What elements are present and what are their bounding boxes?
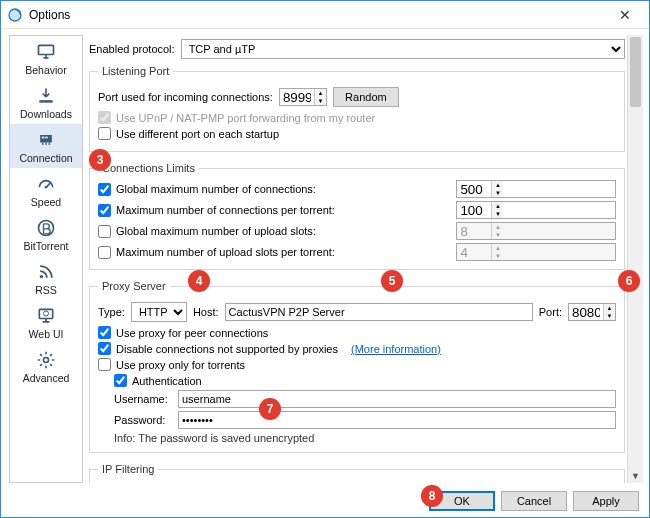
sidebar-item-bittorrent[interactable]: BitTorrent — [10, 212, 82, 256]
sidebar-item-connection[interactable]: Connection — [10, 124, 82, 168]
protocol-select[interactable]: TCP and µTP — [181, 39, 625, 59]
sidebar-item-label: Advanced — [23, 372, 70, 384]
sidebar-item-label: BitTorrent — [24, 240, 69, 252]
proxy-disable-row[interactable]: Disable connections not supported by pro… — [98, 342, 616, 355]
network-icon — [34, 130, 58, 150]
sidebar-item-label: Downloads — [20, 108, 72, 120]
diffport-checkbox[interactable] — [98, 127, 111, 140]
close-button[interactable]: ✕ — [607, 4, 643, 26]
connection-limits-group: Connections Limits Global maximum number… — [89, 162, 625, 270]
proxy-disable-label: Disable connections not supported by pro… — [116, 343, 338, 355]
upload-slots-stepper: ▲▼ — [456, 222, 616, 240]
proxy-disable-checkbox[interactable] — [98, 342, 111, 355]
port-input[interactable] — [280, 89, 314, 105]
upload-slots-per-stepper: ▲▼ — [456, 243, 616, 261]
global-max-stepper[interactable]: ▲▼ — [456, 180, 616, 198]
upload-slots-label: Global maximum number of upload slots: — [116, 225, 316, 237]
more-info-link[interactable]: (More information) — [351, 343, 441, 355]
upload-slots-checkbox[interactable] — [98, 225, 111, 238]
diffport-label: Use different port on each startup — [116, 128, 279, 140]
password-label: Password: — [114, 414, 172, 426]
sidebar-item-speed[interactable]: Speed — [10, 168, 82, 212]
sidebar-item-label: RSS — [35, 284, 57, 296]
sidebar-item-behavior[interactable]: Behavior — [10, 36, 82, 80]
svg-point-10 — [44, 358, 49, 363]
apply-button[interactable]: Apply — [573, 491, 639, 511]
protocol-label: Enabled protocol: — [89, 43, 175, 55]
diffport-checkbox-row[interactable]: Use different port on each startup — [98, 127, 616, 140]
gear-icon — [34, 350, 58, 370]
sidebar: Behavior Downloads Connection Speed BitT… — [9, 35, 83, 483]
cancel-button[interactable]: Cancel — [501, 491, 567, 511]
port-stepper[interactable]: ▲▼ — [279, 88, 327, 106]
svg-rect-4 — [45, 137, 48, 139]
global-max-input[interactable] — [457, 181, 491, 197]
sidebar-item-label: Connection — [19, 152, 72, 164]
sidebar-item-webui[interactable]: Web UI — [10, 300, 82, 344]
sidebar-item-rss[interactable]: RSS — [10, 256, 82, 300]
svg-rect-2 — [40, 135, 52, 143]
legend: Proxy Server — [98, 280, 170, 292]
badge-3: 3 — [89, 149, 111, 171]
upload-slots-input — [457, 223, 491, 239]
sidebar-item-downloads[interactable]: Downloads — [10, 80, 82, 124]
gauge-icon — [34, 174, 58, 194]
sidebar-item-label: Web UI — [29, 328, 64, 340]
webui-icon — [34, 306, 58, 326]
upload-slots-per-checkbox[interactable] — [98, 246, 111, 259]
badge-6: 6 — [618, 270, 640, 292]
upnp-label: Use UPnP / NAT-PMP port forwarding from … — [116, 112, 375, 124]
per-torrent-checkbox[interactable] — [98, 204, 111, 217]
monitor-icon — [34, 42, 58, 62]
sidebar-item-advanced[interactable]: Advanced — [10, 344, 82, 388]
svg-point-9 — [44, 311, 49, 316]
proxy-host-input[interactable] — [225, 303, 533, 321]
username-input[interactable] — [178, 390, 616, 408]
proxy-only-torrents-checkbox[interactable] — [98, 358, 111, 371]
password-input[interactable] — [178, 411, 616, 429]
svg-point-5 — [45, 186, 48, 189]
global-max-row[interactable]: Global maximum number of connections: — [98, 183, 446, 196]
global-max-checkbox[interactable] — [98, 183, 111, 196]
upload-slots-per-row[interactable]: Maximum number of upload slots per torre… — [98, 246, 446, 259]
vertical-scrollbar[interactable]: ▲ ▼ — [627, 35, 643, 483]
proxy-type-label: Type: — [98, 306, 125, 318]
scroll-thumb[interactable] — [630, 37, 641, 107]
proxy-type-select[interactable]: HTTP — [131, 302, 187, 322]
spin-down[interactable]: ▼ — [314, 97, 326, 105]
badge-7: 7 — [259, 398, 281, 420]
upload-slots-per-label: Maximum number of upload slots per torre… — [116, 246, 335, 258]
svg-rect-1 — [39, 45, 54, 54]
sidebar-item-label: Speed — [31, 196, 61, 208]
per-torrent-input[interactable] — [457, 202, 491, 218]
per-torrent-stepper[interactable]: ▲▼ — [456, 201, 616, 219]
upnp-checkbox — [98, 111, 111, 124]
proxy-auth-checkbox[interactable] — [114, 374, 127, 387]
upload-slots-row[interactable]: Global maximum number of upload slots: — [98, 225, 446, 238]
sidebar-item-label: Behavior — [25, 64, 66, 76]
proxy-peer-checkbox[interactable] — [98, 326, 111, 339]
proxy-only-torrents-row[interactable]: Use proxy only for torrents — [98, 358, 616, 371]
proxy-server-group: Proxy Server Type: HTTP Host: Port: ▲▼ — [89, 280, 625, 453]
spin-up[interactable]: ▲ — [314, 89, 326, 97]
per-torrent-row[interactable]: Maximum number of connections per torren… — [98, 204, 446, 217]
main-panel: Enabled protocol: TCP and µTP Listening … — [89, 35, 643, 483]
scroll-down-icon[interactable]: ▼ — [628, 469, 643, 483]
badge-5: 5 — [381, 270, 403, 292]
ip-filtering-group: IP Filtering — [89, 463, 625, 483]
proxy-peer-row[interactable]: Use proxy for peer connections — [98, 326, 616, 339]
proxy-port-stepper[interactable]: ▲▼ — [568, 303, 616, 321]
options-window: Options ✕ Behavior Downloads Connection … — [0, 0, 650, 518]
badge-4: 4 — [188, 270, 210, 292]
download-icon — [34, 86, 58, 106]
random-button[interactable]: Random — [333, 87, 399, 107]
proxy-host-label: Host: — [193, 306, 219, 318]
proxy-auth-row[interactable]: Authentication — [114, 374, 616, 387]
proxy-auth-label: Authentication — [132, 375, 202, 387]
username-label: Username: — [114, 393, 172, 405]
upnp-checkbox-row: Use UPnP / NAT-PMP port forwarding from … — [98, 111, 616, 124]
bittorrent-icon — [34, 218, 58, 238]
proxy-port-input[interactable] — [569, 304, 603, 320]
legend: IP Filtering — [98, 463, 158, 475]
titlebar: Options ✕ — [1, 1, 649, 29]
